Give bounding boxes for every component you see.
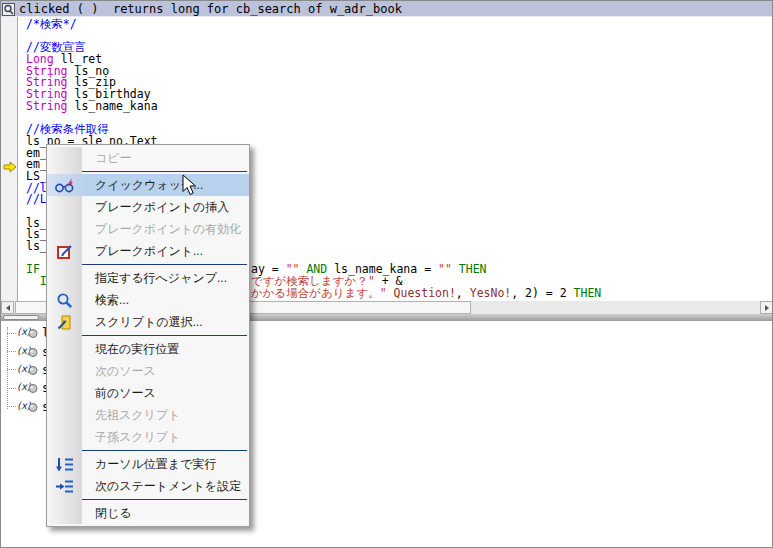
menu-item-goto-line[interactable]: 指定する行へジャンプ... — [47, 267, 249, 289]
scroll-left-icon — [6, 305, 10, 311]
code-line-right-fragment: かかる場合があります。" Question!, YesNo!, 2) = 2 T… — [251, 288, 601, 300]
code-line: String ls_no — [1, 66, 773, 78]
menu-item-label: クイックウォッチ... — [82, 174, 249, 196]
menu-item-label: 子孫スクリプト — [82, 426, 249, 448]
menu-item-insert-breakpoint[interactable]: ブレークポイントの挿入 — [47, 196, 249, 218]
glasses-icon — [47, 174, 82, 196]
code-line: Long ll_ret — [1, 54, 773, 66]
menu-item-label: 先祖スクリプト — [82, 404, 249, 426]
code-line: /*検索*/ — [1, 19, 773, 31]
select-script-icon — [47, 311, 82, 333]
menu-item-next-source: 次のソース — [47, 360, 249, 382]
tree-connector — [7, 351, 16, 352]
menu-item-breakpoint[interactable]: ブレークポイント... — [47, 240, 249, 262]
menu-item-label: 次のソース — [82, 360, 249, 382]
execution-arrow-icon — [3, 159, 17, 177]
menu-item-label: ブレークポイント... — [82, 240, 249, 262]
menu-item-run-to-cursor[interactable]: カーソル位置まで実行 — [47, 453, 249, 475]
code-line: String ls_name_kana — [1, 101, 773, 113]
menu-item-label: ブレークポイントの有効化 — [82, 218, 249, 240]
mouse-cursor-icon — [182, 174, 197, 200]
menu-item-close[interactable]: 閉じる — [47, 502, 249, 524]
tree-connector — [7, 388, 16, 389]
context-menu: コピークイックウォッチ...ブレークポイントの挿入ブレークポイントの有効化ブレー… — [46, 144, 250, 527]
code-line — [1, 113, 773, 125]
menu-item-search[interactable]: 検索... — [47, 289, 249, 311]
menu-item-ancestor-script: 先祖スクリプト — [47, 404, 249, 426]
script-window-icon — [2, 2, 15, 15]
tree-connector — [7, 369, 16, 370]
menu-item-set-next-statement[interactable]: 次のステートメントを設定 — [47, 475, 249, 497]
splitter-handle[interactable] — [3, 315, 39, 320]
menu-item-label: 次のステートメントを設定 — [82, 475, 249, 497]
menu-item-enable-breakpoint: ブレークポイントの有効化 — [47, 218, 249, 240]
menu-item-label: 検索... — [82, 289, 249, 311]
code-line — [1, 31, 773, 43]
run-to-cursor-icon — [47, 453, 82, 475]
menu-item-quick-watch[interactable]: クイックウォッチ... — [47, 174, 249, 196]
set-next-statement-icon — [47, 475, 82, 497]
pane-title: clicked ( ) returns long for cb_search o… — [19, 2, 402, 16]
scroll-right-button[interactable] — [760, 301, 773, 314]
code-line: //変数宣言 — [1, 42, 773, 54]
menu-item-label: スクリプトの選択... — [82, 311, 249, 333]
tree-connector — [7, 406, 16, 407]
scroll-right-icon — [765, 305, 769, 311]
menu-item-descendant-script: 子孫スクリプト — [47, 426, 249, 448]
menu-item-label: 閉じる — [82, 502, 249, 524]
scroll-left-button[interactable] — [1, 301, 14, 314]
breakpoint-icon — [47, 240, 82, 262]
variable-icon: (x) — [17, 343, 38, 361]
debugger-window: clicked ( ) returns long for cb_search o… — [0, 0, 773, 548]
pane-titlebar: clicked ( ) returns long for cb_search o… — [1, 1, 773, 17]
menu-item-copy: コピー — [47, 147, 249, 169]
menu-item-select-script[interactable]: スクリプトの選択... — [47, 311, 249, 333]
variable-icon: (x) — [17, 379, 38, 397]
variable-icon: (x) — [17, 398, 38, 416]
menu-item-label: コピー — [82, 147, 249, 169]
menu-item-label: ブレークポイントの挿入 — [82, 196, 249, 218]
menu-item-label: 指定する行へジャンプ... — [82, 267, 249, 289]
search-icon — [47, 289, 82, 311]
menu-item-label: 前のソース — [82, 382, 249, 404]
menu-item-previous-source[interactable]: 前のソース — [47, 382, 249, 404]
menu-item-label: 現在の実行位置 — [82, 338, 249, 360]
menu-item-current-execution-position[interactable]: 現在の実行位置 — [47, 338, 249, 360]
tree-connector — [7, 333, 16, 334]
variable-icon: (x) — [17, 361, 38, 379]
menu-item-label: カーソル位置まで実行 — [82, 453, 249, 475]
variable-icon: (x) — [17, 324, 38, 342]
